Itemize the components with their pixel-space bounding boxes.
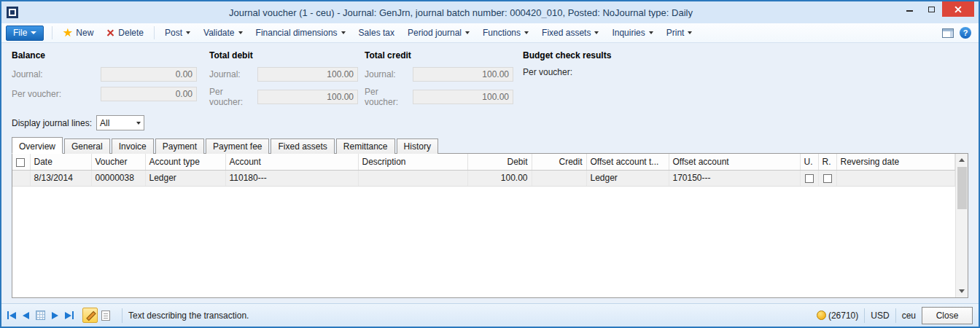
grid-header-row: Date Voucher Account type Account Descri… (12, 154, 955, 170)
column-header-date[interactable]: Date (30, 154, 91, 170)
cell-account-type[interactable]: Ledger (145, 170, 225, 186)
cell-account[interactable]: 110180--- (225, 170, 358, 186)
chevron-down-icon (649, 31, 653, 34)
select-all-checkbox[interactable] (16, 158, 25, 167)
cell-description[interactable] (358, 170, 467, 186)
financial-dimensions-menu[interactable]: Financial dimensions (249, 25, 352, 41)
next-record-button[interactable] (52, 312, 58, 319)
column-header-description[interactable]: Description (358, 154, 467, 170)
select-all-cell (12, 154, 30, 170)
tab-overview[interactable]: Overview (12, 137, 63, 154)
column-header-offset-account[interactable]: Offset account (669, 154, 800, 170)
first-record-button[interactable] (7, 311, 16, 319)
arrow-up-icon (959, 158, 965, 162)
company-indicator[interactable]: ceu (902, 311, 916, 321)
window-title: Journal voucher (1 - ceu) - Journal: Gen… (31, 7, 891, 18)
functions-menu[interactable]: Functions (476, 25, 535, 41)
display-journal-lines-select[interactable]: All (96, 115, 144, 130)
budget-check-group: Budget check results Per voucher: (523, 50, 611, 112)
balance-per-voucher-field: 0.00 (101, 87, 197, 101)
last-record-button[interactable] (65, 311, 74, 319)
chevron-down-icon (594, 31, 599, 34)
r-checkbox[interactable] (823, 174, 832, 183)
display-journal-lines-label: Display journal lines: (12, 118, 92, 128)
tab-payment-fee[interactable]: Payment fee (206, 138, 269, 154)
column-header-r[interactable]: R. (818, 154, 836, 170)
new-star-icon (63, 28, 72, 38)
column-header-offset-account-type[interactable]: Offset account t... (586, 154, 669, 170)
delete-button[interactable]: Delete (100, 25, 150, 41)
cell-credit[interactable] (532, 170, 586, 186)
file-menu-label: File (13, 28, 27, 38)
cell-u-checkbox (800, 170, 818, 186)
fixed-assets-menu[interactable]: Fixed assets (535, 25, 605, 41)
chevron-down-icon (465, 31, 470, 34)
column-header-reversing-date[interactable]: Reversing date (836, 154, 955, 170)
journal-lines-table: Date Voucher Account type Account Descri… (12, 154, 955, 187)
maximize-icon (928, 7, 935, 12)
tab-history[interactable]: History (397, 138, 438, 154)
credit-per-voucher-label: Per voucher: (365, 87, 413, 107)
alert-bell-icon[interactable] (817, 311, 826, 320)
cell-offset-account[interactable]: 170150--- (669, 170, 800, 186)
cell-debit[interactable]: 100.00 (467, 170, 532, 186)
minimize-button[interactable] (898, 1, 920, 17)
cell-date[interactable]: 8/13/2014 (30, 170, 91, 186)
balance-per-voucher-label: Per voucher: (12, 89, 101, 99)
column-header-voucher[interactable]: Voucher (91, 154, 145, 170)
column-header-u[interactable]: U. (800, 154, 818, 170)
close-window-button[interactable] (942, 1, 974, 17)
currency-indicator[interactable]: USD (871, 311, 889, 321)
grid-view-icon[interactable] (36, 311, 45, 320)
row-selector-cell[interactable] (12, 170, 30, 186)
column-header-credit[interactable]: Credit (532, 154, 586, 170)
app-icon (7, 7, 18, 18)
scrollbar-thumb[interactable] (957, 167, 967, 209)
previous-record-button[interactable] (23, 312, 29, 319)
print-menu[interactable]: Print (660, 25, 699, 41)
arrow-right-icon (65, 312, 71, 319)
inquiries-menu[interactable]: Inquiries (605, 25, 659, 41)
cell-offset-account-type[interactable]: Ledger (586, 170, 669, 186)
delete-button-label: Delete (118, 28, 144, 38)
maximize-button[interactable] (920, 1, 942, 17)
clipboard-icon[interactable] (101, 311, 110, 321)
sales-tax-button[interactable]: Sales tax (352, 25, 401, 41)
vertical-scrollbar[interactable] (955, 154, 968, 297)
tab-remittance[interactable]: Remittance (336, 138, 395, 154)
file-menu-button[interactable]: File (6, 26, 44, 41)
credit-journal-label: Journal: (365, 69, 413, 79)
totals-summary: Balance Journal: 0.00 Per voucher: 0.00 … (1, 43, 979, 114)
layout-button[interactable] (942, 28, 954, 38)
column-header-account-type[interactable]: Account type (145, 154, 225, 170)
delete-x-icon (106, 29, 114, 37)
status-bar: Text describing the transaction. (26710)… (1, 303, 979, 327)
post-menu[interactable]: Post (158, 25, 197, 41)
display-journal-lines-row: Display journal lines: All (1, 114, 979, 130)
arrow-down-icon (959, 289, 965, 293)
new-button[interactable]: New (56, 25, 100, 41)
table-row[interactable]: 8/13/2014 00000038 Ledger 110180--- 100.… (12, 170, 955, 186)
cell-r-checkbox (818, 170, 836, 186)
u-checkbox[interactable] (805, 174, 814, 183)
print-label: Print (666, 28, 685, 38)
edit-mode-toggle[interactable] (82, 308, 98, 323)
scroll-up-button[interactable] (956, 154, 968, 166)
close-button[interactable]: Close (922, 307, 973, 324)
period-journal-menu[interactable]: Period journal (401, 25, 476, 41)
tab-strip: Overview General Invoice Payment Payment… (12, 137, 968, 153)
column-header-account[interactable]: Account (225, 154, 358, 170)
cell-reversing-date[interactable] (836, 170, 955, 186)
tab-fixed-assets[interactable]: Fixed assets (271, 138, 334, 154)
column-header-debit[interactable]: Debit (467, 154, 532, 170)
validate-menu[interactable]: Validate (197, 25, 249, 41)
chevron-down-icon (186, 31, 190, 34)
scroll-down-button[interactable] (956, 285, 968, 297)
tab-payment[interactable]: Payment (155, 138, 204, 154)
tab-invoice[interactable]: Invoice (112, 138, 154, 154)
tab-general[interactable]: General (64, 138, 110, 154)
arrow-left-icon (23, 312, 29, 319)
help-button[interactable] (960, 27, 971, 39)
cell-voucher[interactable]: 00000038 (91, 170, 145, 186)
notification-count[interactable]: (26710) (828, 311, 858, 321)
